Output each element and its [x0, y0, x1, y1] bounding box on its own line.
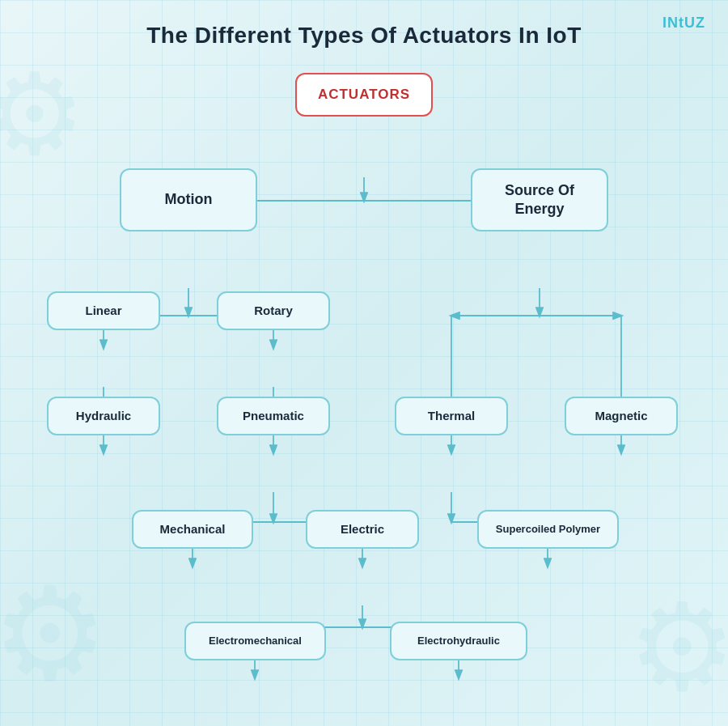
node-pneumatic: Pneumatic	[217, 397, 330, 435]
node-hydraulic: Hydraulic	[47, 397, 160, 435]
brand-logo: INtUZ	[662, 15, 705, 32]
node-motion: Motion	[120, 168, 257, 231]
node-mechanical: Mechanical	[132, 510, 253, 549]
node-actuators: ACTUATORS	[295, 73, 433, 117]
node-rotary: Rotary	[217, 291, 330, 330]
node-supercoiled-polymer: Supercoiled Polymer	[477, 510, 619, 549]
node-electrohydraulic: Electrohydraulic	[390, 622, 527, 660]
node-thermal: Thermal	[395, 397, 508, 435]
node-electromechanical: Electromechanical	[184, 622, 326, 660]
node-electric: Electric	[306, 510, 419, 549]
node-source-energy: Source OfSource Of EnergyEnergy	[471, 168, 608, 231]
page-title: The Different Types Of Actuators In IoT	[0, 0, 728, 49]
node-magnetic: Magnetic	[565, 397, 678, 435]
node-linear: Linear	[47, 291, 160, 330]
